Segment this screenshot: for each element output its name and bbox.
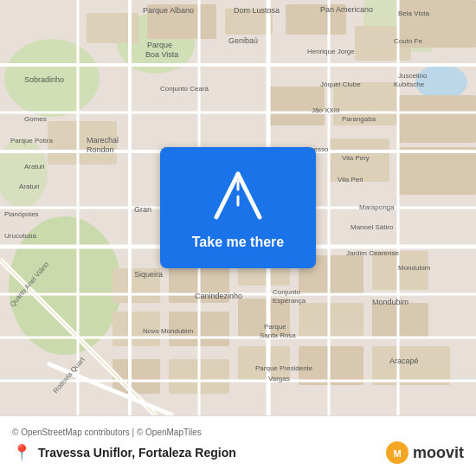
svg-text:Mondubim: Mondubim — [398, 264, 431, 272]
location-name: Travessa Uniflor, Fortaleza Region — [38, 446, 236, 460]
svg-text:Canindezinho: Canindezinho — [195, 292, 242, 300]
svg-text:Araturi: Araturi — [19, 183, 40, 190]
svg-text:Jardim Cearense: Jardim Cearense — [346, 249, 399, 257]
svg-text:Gomes: Gomes — [24, 115, 47, 123]
svg-text:Vila Peri: Vila Peri — [338, 176, 363, 183]
svg-text:Juscelino: Juscelino — [398, 72, 428, 80]
svg-text:Urucutuba: Urucutuba — [4, 232, 36, 240]
svg-text:Marechal: Marechal — [87, 136, 119, 145]
svg-text:Parque: Parque — [264, 323, 286, 331]
svg-text:Santa Rosa: Santa Rosa — [260, 331, 296, 339]
svg-text:Jão XXIII: Jão XXIII — [312, 106, 339, 114]
svg-text:Sobradinho: Sobradinho — [24, 75, 64, 84]
svg-text:Parque Presidente: Parque Presidente — [255, 364, 313, 372]
svg-line-94 — [238, 174, 260, 217]
svg-text:Jóquei Clube: Jóquei Clube — [320, 80, 361, 88]
moovit-logo-icon: M — [385, 441, 409, 465]
svg-text:Conjunto Ceará: Conjunto Ceará — [160, 85, 209, 93]
road-icon — [208, 165, 268, 226]
svg-text:Henrique Jorge: Henrique Jorge — [307, 48, 355, 55]
svg-rect-31 — [372, 346, 450, 385]
svg-text:Conjunto: Conjunto — [273, 288, 301, 296]
svg-text:Mondubim: Mondubim — [372, 298, 408, 306]
svg-text:Boa Vista: Boa Vista — [145, 50, 178, 59]
take-me-there-button[interactable]: Take me there — [160, 147, 316, 268]
svg-rect-16 — [398, 95, 476, 143]
moovit-logo: M moovit — [385, 441, 464, 465]
svg-text:Pan Americano: Pan Americano — [320, 5, 373, 14]
svg-text:Parque Potira: Parque Potira — [10, 137, 53, 145]
svg-text:Gran: Gran — [134, 205, 151, 214]
svg-text:Vargas: Vargas — [268, 375, 290, 383]
svg-text:Genibaú: Genibaú — [228, 36, 258, 45]
svg-text:Aracapé: Aracapé — [389, 357, 419, 365]
svg-text:Maraponga: Maraponga — [359, 203, 395, 211]
svg-text:Araturi: Araturi — [24, 163, 45, 170]
bottom-bar: © OpenStreetMap contributors | © OpenMap… — [0, 415, 476, 476]
svg-rect-26 — [372, 303, 428, 338]
svg-text:Siqueira: Siqueira — [134, 270, 163, 279]
svg-text:Rondon: Rondon — [87, 145, 114, 154]
svg-text:Manoel Sátiro: Manoel Sátiro — [351, 223, 394, 231]
svg-text:Vila Pery: Vila Pery — [342, 154, 370, 162]
svg-line-93 — [216, 174, 238, 217]
button-label: Take me there — [192, 235, 284, 250]
svg-text:Kubitsche: Kubitsche — [394, 80, 425, 88]
svg-text:Couto Fe: Couto Fe — [394, 37, 422, 45]
svg-text:Novo Mondubim: Novo Mondubim — [143, 327, 194, 335]
pin-icon: 📍 — [12, 443, 31, 462]
map-container: Sobradinho Gomes Parque Potira Araturi A… — [0, 0, 476, 415]
svg-text:Bela Vista: Bela Vista — [398, 10, 429, 17]
location-row: 📍 Travessa Uniflor, Fortaleza Region M m… — [12, 441, 464, 465]
svg-rect-18 — [398, 147, 476, 195]
map-attribution: © OpenStreetMap contributors | © OpenMap… — [12, 428, 464, 437]
svg-text:M: M — [393, 448, 401, 459]
moovit-text: moovit — [413, 444, 464, 462]
svg-text:Parque Albano: Parque Albano — [143, 6, 194, 15]
svg-text:Parangaba: Parangaba — [342, 115, 376, 123]
svg-text:Esperança: Esperança — [273, 297, 306, 305]
svg-text:Pianópoles: Pianópoles — [4, 210, 39, 218]
svg-text:Parque: Parque — [147, 41, 172, 49]
svg-rect-25 — [299, 303, 363, 338]
svg-text:Dom Lustosa: Dom Lustosa — [234, 6, 280, 15]
